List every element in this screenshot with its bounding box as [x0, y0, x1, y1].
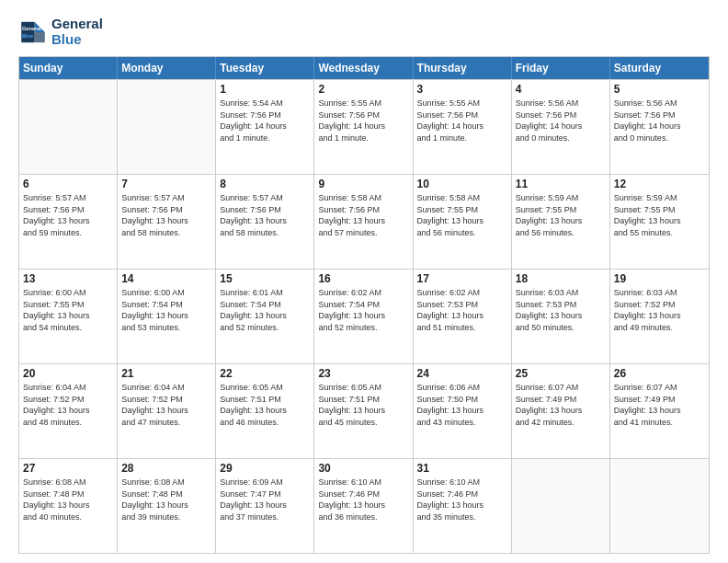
day-header-friday: Friday	[512, 57, 610, 79]
day-number: 12	[614, 178, 705, 190]
day-info: Sunrise: 6:04 AM Sunset: 7:52 PM Dayligh…	[121, 382, 211, 428]
day-header-sunday: Sunday	[19, 57, 118, 79]
svg-text:Blue: Blue	[22, 32, 33, 38]
page: General Blue General Blue SundayMondayTu…	[0, 0, 728, 563]
logo: General Blue General Blue	[18, 17, 103, 47]
logo-icon: General Blue	[18, 17, 48, 47]
day-info: Sunrise: 6:05 AM Sunset: 7:51 PM Dayligh…	[220, 382, 310, 428]
day-info: Sunrise: 6:07 AM Sunset: 7:49 PM Dayligh…	[614, 382, 705, 428]
day-cell	[19, 80, 118, 174]
logo-text: General	[51, 17, 103, 32]
day-cell: 22Sunrise: 6:05 AM Sunset: 7:51 PM Dayli…	[216, 364, 314, 458]
day-cell: 16Sunrise: 6:02 AM Sunset: 7:54 PM Dayli…	[314, 270, 413, 363]
day-cell: 30Sunrise: 6:10 AM Sunset: 7:46 PM Dayli…	[314, 459, 413, 553]
day-cell: 9Sunrise: 5:58 AM Sunset: 7:56 PM Daylig…	[314, 175, 413, 269]
day-info: Sunrise: 6:03 AM Sunset: 7:52 PM Dayligh…	[614, 287, 705, 333]
week-row-3: 20Sunrise: 6:04 AM Sunset: 7:52 PM Dayli…	[19, 363, 709, 458]
day-number: 31	[417, 462, 507, 475]
day-number: 25	[516, 367, 606, 380]
calendar: SundayMondayTuesdayWednesdayThursdayFrid…	[18, 56, 710, 554]
day-number: 18	[516, 272, 606, 285]
day-cell: 20Sunrise: 6:04 AM Sunset: 7:52 PM Dayli…	[19, 364, 118, 458]
day-info: Sunrise: 6:00 AM Sunset: 7:54 PM Dayligh…	[121, 287, 211, 333]
day-number: 28	[121, 462, 211, 475]
day-cell: 15Sunrise: 6:01 AM Sunset: 7:54 PM Dayli…	[216, 270, 314, 363]
header: General Blue General Blue	[18, 17, 710, 47]
day-number: 4	[516, 83, 606, 96]
day-header-wednesday: Wednesday	[314, 57, 413, 79]
day-header-saturday: Saturday	[610, 57, 709, 79]
day-cell	[610, 459, 709, 553]
day-number: 11	[516, 178, 606, 190]
day-cell: 29Sunrise: 6:09 AM Sunset: 7:47 PM Dayli…	[216, 459, 314, 553]
day-cell: 14Sunrise: 6:00 AM Sunset: 7:54 PM Dayli…	[118, 270, 216, 363]
day-number: 17	[417, 272, 507, 285]
day-info: Sunrise: 6:00 AM Sunset: 7:55 PM Dayligh…	[23, 287, 113, 333]
day-number: 3	[417, 83, 507, 96]
day-cell: 5Sunrise: 5:56 AM Sunset: 7:56 PM Daylig…	[610, 80, 709, 174]
day-info: Sunrise: 6:09 AM Sunset: 7:47 PM Dayligh…	[220, 477, 310, 523]
day-cell: 19Sunrise: 6:03 AM Sunset: 7:52 PM Dayli…	[610, 270, 709, 363]
day-number: 9	[318, 178, 408, 190]
day-info: Sunrise: 5:57 AM Sunset: 7:56 PM Dayligh…	[220, 192, 310, 238]
day-number: 14	[121, 272, 211, 285]
day-cell: 25Sunrise: 6:07 AM Sunset: 7:49 PM Dayli…	[512, 364, 610, 458]
week-row-4: 27Sunrise: 6:08 AM Sunset: 7:48 PM Dayli…	[19, 458, 709, 553]
day-number: 13	[23, 272, 113, 285]
day-number: 5	[614, 83, 705, 96]
day-number: 1	[220, 83, 310, 96]
day-info: Sunrise: 5:56 AM Sunset: 7:56 PM Dayligh…	[614, 98, 705, 144]
weeks: 1Sunrise: 5:54 AM Sunset: 7:56 PM Daylig…	[19, 79, 709, 553]
day-info: Sunrise: 5:58 AM Sunset: 7:56 PM Dayligh…	[318, 192, 408, 238]
logo-text2: Blue	[51, 32, 103, 48]
day-info: Sunrise: 6:02 AM Sunset: 7:53 PM Dayligh…	[417, 287, 507, 333]
day-info: Sunrise: 6:05 AM Sunset: 7:51 PM Dayligh…	[318, 382, 408, 428]
day-number: 23	[318, 367, 408, 380]
day-number: 22	[220, 367, 310, 380]
day-number: 24	[417, 367, 507, 380]
day-info: Sunrise: 5:55 AM Sunset: 7:56 PM Dayligh…	[417, 98, 507, 144]
day-info: Sunrise: 6:08 AM Sunset: 7:48 PM Dayligh…	[23, 477, 113, 523]
week-row-1: 6Sunrise: 5:57 AM Sunset: 7:56 PM Daylig…	[19, 174, 709, 269]
day-cell: 28Sunrise: 6:08 AM Sunset: 7:48 PM Dayli…	[118, 459, 216, 553]
day-info: Sunrise: 6:10 AM Sunset: 7:46 PM Dayligh…	[417, 477, 507, 523]
day-cell: 1Sunrise: 5:54 AM Sunset: 7:56 PM Daylig…	[216, 80, 314, 174]
day-number: 10	[417, 178, 507, 190]
day-info: Sunrise: 5:57 AM Sunset: 7:56 PM Dayligh…	[23, 192, 113, 238]
day-header-monday: Monday	[118, 57, 216, 79]
day-number: 16	[318, 272, 408, 285]
day-cell: 11Sunrise: 5:59 AM Sunset: 7:55 PM Dayli…	[512, 175, 610, 269]
svg-text:General: General	[22, 25, 41, 30]
day-cell: 13Sunrise: 6:00 AM Sunset: 7:55 PM Dayli…	[19, 270, 118, 363]
day-headers: SundayMondayTuesdayWednesdayThursdayFrid…	[19, 57, 709, 79]
day-info: Sunrise: 6:02 AM Sunset: 7:54 PM Dayligh…	[318, 287, 408, 333]
day-number: 7	[121, 178, 211, 190]
day-cell	[118, 80, 216, 174]
day-number: 15	[220, 272, 310, 285]
day-info: Sunrise: 6:07 AM Sunset: 7:49 PM Dayligh…	[516, 382, 606, 428]
day-cell: 17Sunrise: 6:02 AM Sunset: 7:53 PM Dayli…	[414, 270, 512, 363]
week-row-2: 13Sunrise: 6:00 AM Sunset: 7:55 PM Dayli…	[19, 269, 709, 363]
day-info: Sunrise: 5:58 AM Sunset: 7:55 PM Dayligh…	[417, 192, 507, 238]
day-info: Sunrise: 5:57 AM Sunset: 7:56 PM Dayligh…	[121, 192, 211, 238]
day-info: Sunrise: 6:03 AM Sunset: 7:53 PM Dayligh…	[516, 287, 606, 333]
day-cell: 8Sunrise: 5:57 AM Sunset: 7:56 PM Daylig…	[216, 175, 314, 269]
day-number: 26	[614, 367, 705, 380]
day-cell	[512, 459, 610, 553]
day-number: 29	[220, 462, 310, 475]
day-info: Sunrise: 5:54 AM Sunset: 7:56 PM Dayligh…	[220, 98, 310, 144]
day-cell: 21Sunrise: 6:04 AM Sunset: 7:52 PM Dayli…	[118, 364, 216, 458]
day-number: 30	[318, 462, 408, 475]
day-header-thursday: Thursday	[414, 57, 512, 79]
week-row-0: 1Sunrise: 5:54 AM Sunset: 7:56 PM Daylig…	[19, 79, 709, 174]
day-number: 21	[121, 367, 211, 380]
day-cell: 4Sunrise: 5:56 AM Sunset: 7:56 PM Daylig…	[512, 80, 610, 174]
day-number: 20	[23, 367, 113, 380]
day-info: Sunrise: 5:59 AM Sunset: 7:55 PM Dayligh…	[516, 192, 606, 238]
day-cell: 31Sunrise: 6:10 AM Sunset: 7:46 PM Dayli…	[414, 459, 512, 553]
day-cell: 12Sunrise: 5:59 AM Sunset: 7:55 PM Dayli…	[610, 175, 709, 269]
day-cell: 3Sunrise: 5:55 AM Sunset: 7:56 PM Daylig…	[414, 80, 512, 174]
day-cell: 7Sunrise: 5:57 AM Sunset: 7:56 PM Daylig…	[118, 175, 216, 269]
day-number: 8	[220, 178, 310, 190]
day-number: 6	[23, 178, 113, 190]
